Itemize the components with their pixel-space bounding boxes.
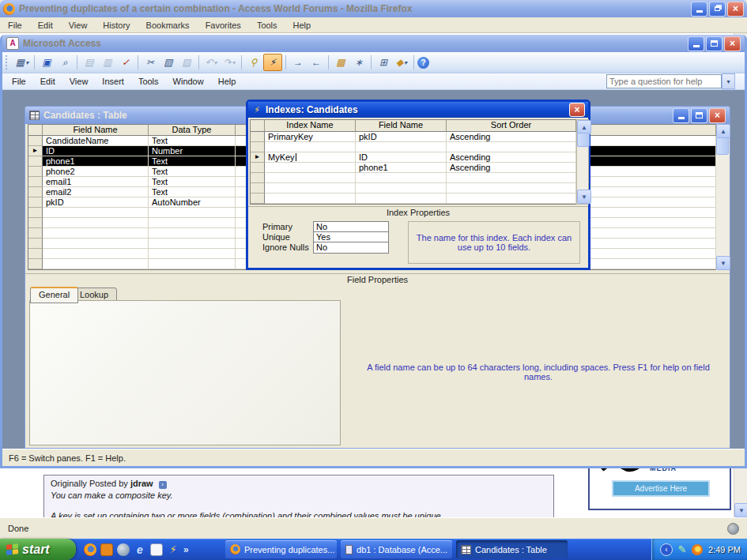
menu-insert[interactable]: Insert (102, 77, 124, 86)
data-type-cell[interactable]: Text (149, 136, 236, 146)
start-button[interactable]: start (0, 539, 76, 560)
print-preview-button[interactable]: ▥ (99, 54, 116, 70)
index-name-cell[interactable]: PrimaryKey (265, 132, 356, 142)
language-bar-icon[interactable]: ‹ (660, 543, 673, 556)
close-button[interactable]: × (727, 2, 744, 17)
update-notification-icon[interactable] (692, 544, 703, 555)
scroll-down-button[interactable]: ▼ (577, 190, 591, 204)
column-header-sort-order[interactable]: Sort Order (447, 120, 576, 132)
build-button[interactable]: ∗ (350, 54, 368, 70)
menu-view[interactable]: View (70, 77, 89, 86)
task-button-candidates-table[interactable]: Candidates : Table (456, 540, 568, 558)
scroll-up-button[interactable]: ▲ (716, 124, 730, 138)
row-selector[interactable] (28, 167, 43, 177)
table-scrollbar[interactable]: ▲ ▼ (716, 124, 729, 270)
row-selector-current[interactable]: ► (251, 152, 265, 163)
row-selector[interactable] (251, 163, 265, 173)
column-header-field-name[interactable]: Field Name (43, 125, 149, 136)
delete-rows-button[interactable]: ← (307, 54, 325, 70)
paste-button[interactable]: ▨ (178, 54, 195, 70)
field-name-cell[interactable]: phone2 (43, 167, 149, 177)
column-header-index-name[interactable]: Index Name (265, 120, 356, 132)
help-question-input[interactable] (606, 74, 722, 88)
undo-button[interactable]: ↶▾ (202, 54, 220, 70)
menu-help[interactable]: Help (218, 77, 236, 86)
scroll-thumb[interactable] (577, 133, 590, 147)
primary-key-button[interactable]: ⚲ (245, 54, 262, 70)
quick-launch-overflow-icon[interactable]: » (183, 544, 189, 555)
row-selector[interactable] (28, 187, 43, 197)
field-name-cell[interactable]: pkID (43, 197, 149, 208)
data-type-cell[interactable]: Text (149, 177, 236, 187)
copy-button[interactable]: ▧ (160, 54, 177, 70)
general-properties-panel[interactable] (29, 300, 341, 445)
row-selector[interactable] (28, 177, 43, 187)
field-name-cell[interactable]: CandidateName (43, 136, 149, 146)
task-button-firefox[interactable]: Preventing duplicates... (225, 540, 337, 558)
tab-general[interactable]: General (30, 287, 78, 303)
firefox-titlebar[interactable]: Preventing duplicates of a certain combi… (0, 0, 747, 17)
minimize-button[interactable] (673, 108, 689, 123)
insert-rows-button[interactable]: → (289, 54, 307, 70)
menu-window[interactable]: Window (173, 77, 204, 86)
menu-edit[interactable]: Edit (40, 77, 55, 86)
browser-launch-icon[interactable] (117, 543, 130, 556)
menu-bookmarks[interactable]: Bookmarks (146, 21, 190, 30)
maximize-button[interactable] (706, 36, 722, 51)
close-button[interactable]: × (724, 36, 741, 51)
menu-tools[interactable]: Tools (257, 21, 277, 30)
redo-button[interactable]: ↷▾ (221, 54, 238, 70)
scroll-down-button[interactable]: ▼ (716, 256, 730, 270)
file-search-button[interactable]: ⌕ (56, 54, 74, 70)
data-type-cell[interactable]: AutoNumber (149, 197, 236, 208)
maximize-button[interactable] (691, 108, 707, 123)
minimize-button[interactable] (688, 36, 704, 51)
row-selector[interactable] (28, 136, 43, 146)
table-view-button[interactable]: ▦▾ (13, 54, 31, 70)
cut-button[interactable]: ✂ (141, 54, 159, 70)
advertise-here-button[interactable]: Advertise Here (612, 480, 710, 497)
new-object-button[interactable]: ◆▾ (393, 54, 410, 70)
data-type-cell[interactable]: Number (149, 146, 236, 156)
field-name-cell[interactable]: ID (43, 146, 149, 156)
sort-order-cell[interactable]: Ascending (447, 163, 576, 173)
document-launch-icon[interactable] (150, 543, 163, 556)
column-header-data-type[interactable]: Data Type (149, 125, 236, 136)
menu-file[interactable]: File (8, 21, 22, 30)
menu-file[interactable]: File (12, 77, 26, 86)
row-selector[interactable] (251, 132, 265, 142)
menu-history[interactable]: History (103, 21, 130, 30)
field-name-cell[interactable]: email1 (43, 177, 149, 187)
pen-input-icon[interactable]: ✎ (677, 544, 688, 555)
indexes-dialog-titlebar[interactable]: ⚡ Indexes: Candidates × (248, 102, 588, 118)
row-selector[interactable] (28, 197, 43, 208)
ignore-nulls-value-field[interactable]: No (313, 242, 389, 254)
indexes-scrollbar[interactable]: ▲ ▼ (576, 119, 589, 205)
firefox-launch-icon[interactable] (84, 543, 96, 556)
view-post-icon[interactable]: › (159, 481, 167, 489)
field-name-cell[interactable]: phone1 (43, 156, 149, 167)
save-button[interactable]: ▣ (38, 54, 55, 70)
column-header-field-name[interactable]: Field Name (356, 120, 447, 132)
restore-button[interactable] (709, 2, 726, 17)
field-name-cell[interactable]: pkID (356, 132, 447, 142)
close-button[interactable]: × (709, 108, 726, 123)
sort-order-cell[interactable]: Ascending (447, 152, 576, 163)
field-name-cell[interactable]: email2 (43, 187, 149, 197)
app-launch-icon[interactable] (100, 543, 113, 556)
field-name-cell[interactable]: phone1 (356, 163, 447, 173)
data-type-cell[interactable]: Text (149, 156, 236, 167)
database-window-button[interactable]: ⊞ (375, 54, 392, 70)
task-button-database[interactable]: db1 : Database (Acce... (341, 540, 452, 558)
properties-button[interactable]: ▩ (332, 54, 349, 70)
row-selector[interactable] (251, 142, 265, 152)
help-button[interactable]: ? (417, 57, 429, 69)
menu-edit[interactable]: Edit (38, 21, 53, 30)
messenger-launch-icon[interactable]: ⚡ (167, 543, 179, 556)
index-name-cell-editing[interactable]: MyKey (265, 152, 356, 163)
clock[interactable]: 2:49 PM (708, 545, 741, 554)
scroll-thumb[interactable] (716, 137, 729, 155)
close-button[interactable]: × (569, 103, 585, 117)
internet-explorer-icon[interactable]: e (134, 543, 146, 556)
access-titlebar[interactable]: A Microsoft Access × (2, 35, 745, 52)
